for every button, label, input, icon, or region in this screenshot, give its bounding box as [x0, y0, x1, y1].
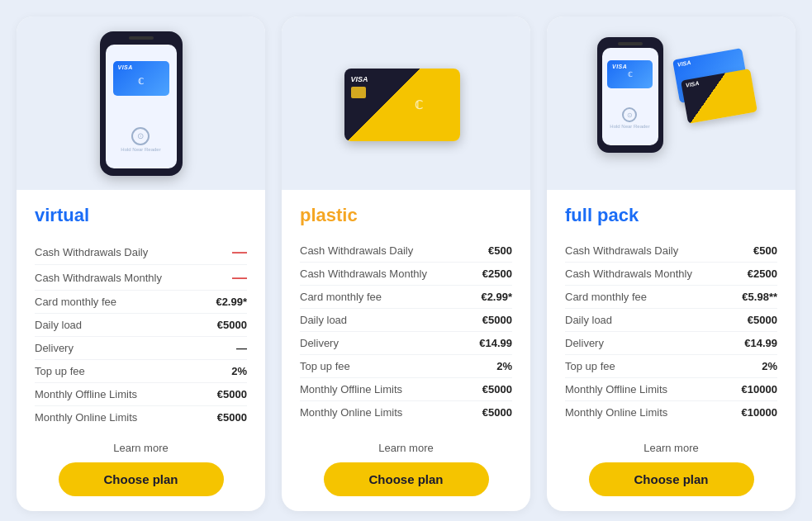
hold-near-text-full: Hold Near Reader	[610, 124, 649, 129]
plan-title-virtual: virtual	[35, 205, 247, 226]
plastic-card-mockup: VISA ℂ	[344, 64, 468, 143]
feature-name-1: Cash Withdrawals Monthly	[300, 268, 427, 280]
feature-row-0: Cash Withdrawals Daily €500	[300, 239, 512, 263]
feature-value-7: €5000	[217, 411, 247, 424]
feature-name-0: Cash Withdrawals Daily	[35, 246, 148, 258]
plan-card-virtual: VISA ℂ ⊙ Hold Near Reader virtual Cash W…	[17, 17, 265, 511]
nfc-icon: ⊙	[131, 127, 150, 145]
feature-value-2: €5.98**	[742, 291, 777, 303]
card-content-virtual: virtual Cash Withdrawals Daily — Cash Wi…	[17, 190, 265, 511]
card-image-virtual: VISA ℂ ⊙ Hold Near Reader	[17, 17, 265, 190]
feature-row-6: Monthly Offline Limits €10000	[565, 378, 777, 401]
feature-value-4: €14.99	[744, 337, 777, 349]
feature-row-3: Daily load €5000	[300, 309, 512, 332]
feature-value-5: 2%	[496, 360, 512, 372]
features-list-full-pack: Cash Withdrawals Daily €500 Cash Withdra…	[565, 239, 777, 429]
choose-plan-button-plastic[interactable]: Choose plan	[324, 462, 489, 496]
feature-row-4: Delivery —	[35, 337, 247, 360]
feature-row-3: Daily load €5000	[565, 309, 777, 332]
feature-value-1: €2500	[482, 268, 512, 280]
feature-value-3: €5000	[482, 314, 512, 326]
feature-name-2: Card monthly fee	[35, 296, 116, 308]
feature-name-6: Monthly Offline Limits	[300, 383, 402, 395]
feature-value-5: 2%	[231, 365, 247, 377]
plan-title-full-pack: full pack	[565, 205, 777, 226]
feature-row-0: Cash Withdrawals Daily €500	[565, 239, 777, 263]
crypto-logo: ℂ	[415, 98, 423, 111]
chip-icon	[351, 87, 366, 98]
hold-near-reader-text: Hold Near Reader	[121, 147, 160, 152]
feature-row-7: Monthly Online Limits €10000	[565, 401, 777, 424]
feature-name-1: Cash Withdrawals Monthly	[35, 272, 162, 284]
back-visa-blue: VISA	[672, 48, 743, 71]
feature-name-2: Card monthly fee	[565, 291, 647, 303]
feature-value-3: €5000	[748, 314, 777, 326]
feature-row-2: Card monthly fee €2.99*	[35, 291, 247, 314]
phone-mockup: VISA ℂ ⊙ Hold Near Reader	[100, 31, 183, 176]
feature-name-4: Delivery	[565, 337, 604, 349]
feature-value-2: €2.99*	[216, 296, 247, 308]
features-list-plastic: Cash Withdrawals Daily €500 Cash Withdra…	[300, 239, 512, 429]
feature-name-5: Top up fee	[35, 365, 85, 377]
feature-name-5: Top up fee	[565, 360, 615, 372]
feature-value-0: €500	[753, 244, 777, 257]
feature-value-4: —	[236, 342, 247, 354]
learn-more-link-plastic[interactable]: Learn more	[378, 442, 433, 454]
feature-row-6: Monthly Offline Limits €5000	[35, 383, 247, 406]
feature-value-1: €2500	[748, 268, 777, 280]
plan-card-full-pack: VISA VISA VISA ℂ ⊙ Hol	[547, 17, 795, 511]
feature-name-6: Monthly Offline Limits	[565, 383, 667, 395]
feature-row-1: Cash Withdrawals Monthly €2500	[300, 263, 512, 286]
card-footer-full-pack: Learn more Choose plan	[565, 442, 777, 496]
feature-value-7: €5000	[482, 406, 512, 419]
feature-row-4: Delivery €14.99	[565, 332, 777, 355]
plan-card-plastic: VISA ℂ plastic Cash Withdrawals Daily €5…	[282, 17, 530, 511]
feature-row-0: Cash Withdrawals Daily —	[35, 239, 247, 265]
feature-name-7: Monthly Online Limits	[565, 406, 667, 419]
features-list-virtual: Cash Withdrawals Daily — Cash Withdrawal…	[35, 239, 247, 429]
feature-name-3: Daily load	[565, 314, 612, 326]
feature-value-5: 2%	[762, 360, 777, 372]
learn-more-link-virtual[interactable]: Learn more	[113, 442, 168, 454]
feature-value-7: €10000	[742, 406, 777, 419]
feature-value-6: €5000	[217, 388, 247, 400]
pricing-cards: VISA ℂ ⊙ Hold Near Reader virtual Cash W…	[17, 17, 795, 511]
plan-title-plastic: plastic	[300, 205, 512, 226]
nfc-icon-full: ⊙	[622, 107, 637, 122]
feature-row-1: Cash Withdrawals Monthly —	[35, 265, 247, 291]
feature-name-7: Monthly Online Limits	[300, 406, 402, 419]
card-image-full: VISA VISA VISA ℂ ⊙ Hol	[547, 17, 795, 190]
feature-value-2: €2.99*	[481, 291, 512, 303]
full-pack-mockup: VISA VISA VISA ℂ ⊙ Hol	[589, 29, 754, 178]
card-content-full-pack: full pack Cash Withdrawals Daily €500 Ca…	[547, 190, 795, 511]
feature-value-4: €14.99	[479, 337, 512, 349]
feature-value-1: —	[232, 270, 247, 285]
phone-mockup-full: VISA ℂ ⊙ Hold Near Reader	[597, 37, 663, 153]
feature-row-6: Monthly Offline Limits €5000	[300, 378, 512, 401]
feature-row-5: Top up fee 2%	[565, 355, 777, 378]
visa-label: VISA	[351, 75, 453, 83]
feature-name-1: Cash Withdrawals Monthly	[565, 268, 692, 280]
card-content-plastic: plastic Cash Withdrawals Daily €500 Cash…	[282, 190, 530, 511]
choose-plan-button-full-pack[interactable]: Choose plan	[589, 462, 754, 496]
feature-row-7: Monthly Online Limits €5000	[35, 406, 247, 429]
choose-plan-button-virtual[interactable]: Choose plan	[59, 462, 224, 496]
feature-name-3: Daily load	[35, 319, 82, 331]
card-footer-virtual: Learn more Choose plan	[35, 442, 247, 496]
feature-row-5: Top up fee 2%	[300, 355, 512, 378]
feature-row-2: Card monthly fee €5.98**	[565, 286, 777, 309]
feature-name-0: Cash Withdrawals Daily	[300, 244, 413, 257]
feature-name-4: Delivery	[300, 337, 339, 349]
feature-value-0: €500	[488, 244, 512, 257]
feature-value-3: €5000	[217, 319, 247, 331]
feature-name-4: Delivery	[35, 342, 74, 354]
feature-name-5: Top up fee	[300, 360, 350, 372]
feature-name-2: Card monthly fee	[300, 291, 382, 303]
feature-row-3: Daily load €5000	[35, 314, 247, 337]
feature-row-7: Monthly Online Limits €5000	[300, 401, 512, 424]
feature-row-5: Top up fee 2%	[35, 360, 247, 383]
learn-more-link-full-pack[interactable]: Learn more	[643, 442, 698, 454]
card-image-plastic: VISA ℂ	[282, 17, 530, 190]
feature-value-0: —	[232, 244, 247, 259]
feature-row-1: Cash Withdrawals Monthly €2500	[565, 263, 777, 286]
